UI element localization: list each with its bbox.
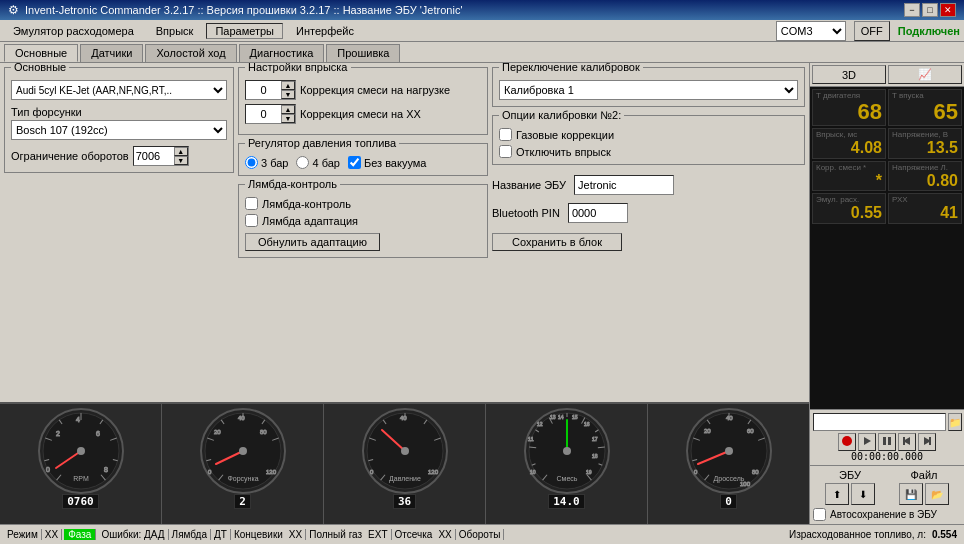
fuel-pressure-groupbox: Регулятор давления топлива 3 бар 4 бар bbox=[238, 143, 488, 176]
svg-rect-98 bbox=[888, 437, 891, 445]
mixture-xx-down[interactable]: ▼ bbox=[281, 114, 295, 123]
svg-text:12: 12 bbox=[537, 421, 543, 427]
menu-item-injection[interactable]: Впрыск bbox=[147, 23, 203, 39]
injector-select[interactable]: Bosch 107 (192cc) bbox=[11, 120, 227, 140]
mixture-gauge-svg: 10 14 19 11 12 13 15 16 17 18 bbox=[522, 406, 612, 494]
throttle-value: 0 bbox=[720, 494, 737, 509]
step-back-button[interactable] bbox=[898, 433, 916, 451]
center-panel: Настройки впрыска ▲ ▼ Кор bbox=[238, 67, 488, 398]
throttle-gauge-container: 0 20 40 60 80 100 Дроссель 0 bbox=[648, 404, 809, 524]
pressure-gauge-svg: 0 40 120 Давление bbox=[360, 406, 450, 494]
radio-4bar[interactable] bbox=[296, 156, 309, 169]
svg-text:8: 8 bbox=[104, 466, 108, 473]
status-mode-label: Режим bbox=[4, 529, 42, 540]
subtab-diagnostics[interactable]: Диагностика bbox=[239, 44, 325, 62]
t-intake-display: T впуска 65 bbox=[888, 89, 962, 126]
bluetooth-row: Bluetooth PIN bbox=[492, 201, 805, 225]
throttle-gauge-svg: 0 20 40 60 80 100 Дроссель bbox=[684, 406, 774, 494]
status-otsechka-label: Отсечка bbox=[392, 529, 436, 540]
svg-point-17 bbox=[77, 447, 85, 455]
btn-3d[interactable]: 3D bbox=[812, 65, 886, 84]
status-otsechka-value: ХХ bbox=[435, 529, 455, 540]
svg-text:17: 17 bbox=[592, 436, 598, 442]
file-save-button[interactable]: 💾 bbox=[899, 483, 923, 505]
status-oboroty: Обороты bbox=[456, 529, 505, 540]
right-main-panel: Переключение калибровок Калибровка 1 Кал… bbox=[492, 67, 805, 398]
fuel-value: 0.554 bbox=[929, 529, 960, 540]
app-icon: ⚙ bbox=[8, 3, 19, 17]
record-browse-button[interactable]: 📁 bbox=[948, 413, 962, 431]
subtab-sensors[interactable]: Датчики bbox=[80, 44, 143, 62]
mixture-gauge-container: 10 14 19 11 12 13 15 16 17 18 bbox=[486, 404, 648, 524]
mixture-load-up[interactable]: ▲ bbox=[281, 81, 295, 90]
check-lambda-control[interactable] bbox=[245, 197, 258, 210]
file-label: Файл bbox=[894, 469, 954, 481]
svg-text:Смесь: Смесь bbox=[556, 475, 577, 482]
save-to-block-button[interactable]: Сохранить в блок bbox=[492, 233, 622, 251]
radio-3bar[interactable] bbox=[245, 156, 258, 169]
record-path-input[interactable] bbox=[813, 413, 946, 431]
com-port-select[interactable]: COM3COM1COM2COM4 bbox=[776, 21, 846, 41]
mixture-xx-input[interactable] bbox=[246, 105, 281, 123]
svg-point-93 bbox=[725, 447, 733, 455]
menu-item-emulator[interactable]: Эмулятор расходомера bbox=[4, 23, 143, 39]
check-disable-injection[interactable] bbox=[499, 145, 512, 158]
play-button[interactable] bbox=[858, 433, 876, 451]
mixture-load-input[interactable] bbox=[246, 81, 281, 99]
mixture-xx-up[interactable]: ▲ bbox=[281, 105, 295, 114]
status-phase: Фаза bbox=[64, 529, 96, 540]
voltage-display: Напряжение, В 13.5 bbox=[888, 128, 962, 159]
mixture-load-down[interactable]: ▼ bbox=[281, 90, 295, 99]
pause-button[interactable] bbox=[878, 433, 896, 451]
check-vacuum[interactable] bbox=[348, 156, 361, 169]
ebu-download-button[interactable]: ⬇ bbox=[851, 483, 875, 505]
minimize-button[interactable]: − bbox=[904, 3, 920, 17]
record-button[interactable] bbox=[838, 433, 856, 451]
maximize-button[interactable]: □ bbox=[922, 3, 938, 17]
svg-rect-97 bbox=[883, 437, 886, 445]
rpm-value: 0760 bbox=[62, 494, 99, 509]
zero-adapt-button[interactable]: Обнулить адаптацию bbox=[245, 233, 380, 251]
rev-limit-input[interactable] bbox=[134, 147, 174, 165]
engine-select[interactable]: Audi 5cyl KE-Jet (AAR,NF,NG,RT,.. bbox=[11, 80, 227, 100]
bluetooth-pin-label: Bluetooth PIN bbox=[492, 207, 560, 219]
svg-text:120: 120 bbox=[266, 469, 277, 475]
lambda-voltage-display: Напряжение Л. 0.80 bbox=[888, 161, 962, 192]
rev-limit-up[interactable]: ▲ bbox=[174, 147, 188, 156]
subtab-idle[interactable]: Холостой ход bbox=[145, 44, 236, 62]
autosave-check[interactable] bbox=[813, 508, 826, 521]
basic-panel: Основные Audi 5cyl KE-Jet (AAR,NF,NG,RT,… bbox=[4, 67, 234, 398]
svg-point-34 bbox=[239, 447, 247, 455]
ebu-upload-button[interactable]: ⬆ bbox=[825, 483, 849, 505]
rxh-label: РХХ bbox=[892, 195, 958, 204]
svg-text:20: 20 bbox=[214, 429, 221, 435]
pressure-value: 36 bbox=[393, 494, 416, 509]
ecu-name-input[interactable] bbox=[574, 175, 674, 195]
subtab-firmware[interactable]: Прошивка bbox=[326, 44, 400, 62]
step-forward-button[interactable] bbox=[918, 433, 936, 451]
check-gas-correction[interactable] bbox=[499, 128, 512, 141]
close-button[interactable]: ✕ bbox=[940, 3, 956, 17]
rev-limit-down[interactable]: ▼ bbox=[174, 156, 188, 165]
subtab-basic[interactable]: Основные bbox=[4, 44, 78, 62]
off-button[interactable]: OFF bbox=[854, 21, 890, 41]
calibration-select[interactable]: Калибровка 1 Калибровка 2 bbox=[499, 80, 798, 100]
injector-gauge-container: 0 20 40 80 120 Форсунка 2 bbox=[162, 404, 324, 524]
svg-marker-96 bbox=[864, 437, 871, 445]
svg-text:40: 40 bbox=[726, 415, 733, 421]
main-content: Основные Audi 5cyl KE-Jet (AAR,NF,NG,RT,… bbox=[0, 63, 964, 524]
check-lambda-adapt[interactable] bbox=[245, 214, 258, 227]
menu-item-interface[interactable]: Интерфейс bbox=[287, 23, 363, 39]
svg-text:40: 40 bbox=[400, 415, 407, 421]
status-konceviki-label: Концевики bbox=[231, 529, 286, 540]
bluetooth-pin-input[interactable] bbox=[568, 203, 628, 223]
mode-buttons: 3D 📈 bbox=[810, 63, 964, 87]
emul-flow-value: 0.55 bbox=[816, 204, 882, 222]
svg-text:80: 80 bbox=[752, 469, 759, 475]
file-open-button[interactable]: 📂 bbox=[925, 483, 949, 505]
menu-item-parameters[interactable]: Параметры bbox=[206, 23, 283, 39]
mixture-corr-display: Корр. смеси * * bbox=[812, 161, 886, 192]
status-mode-value: ХХ bbox=[42, 529, 62, 540]
mixture-xx-label: Коррекция смеси на ХХ bbox=[300, 108, 421, 120]
btn-chart[interactable]: 📈 bbox=[888, 65, 962, 84]
